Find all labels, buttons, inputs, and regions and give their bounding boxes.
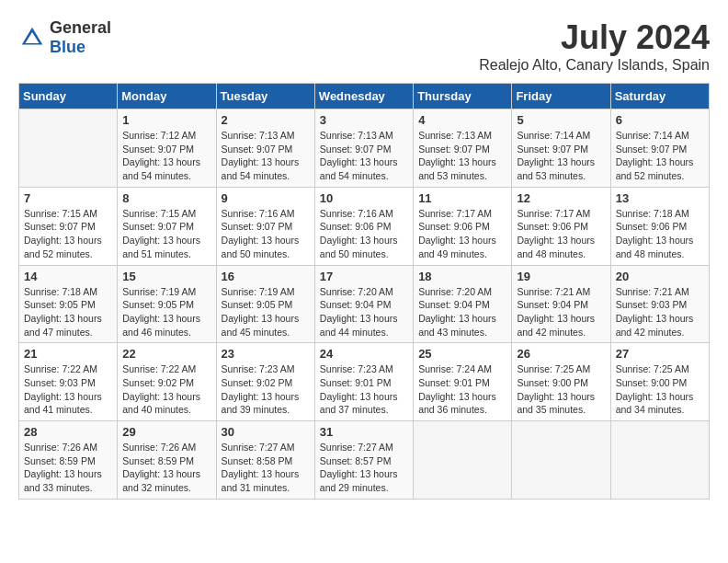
header: General Blue July 2024 Realejo Alto, Can…: [18, 18, 710, 74]
day-number: 4: [418, 113, 506, 127]
calendar-cell: 11Sunrise: 7:17 AMSunset: 9:06 PMDayligh…: [414, 187, 512, 265]
calendar-cell: 1Sunrise: 7:12 AMSunset: 9:07 PMDaylight…: [118, 109, 216, 188]
day-info: Sunrise: 7:13 AMSunset: 9:07 PMDaylight:…: [222, 129, 310, 183]
day-info: Sunrise: 7:21 AMSunset: 9:03 PMDaylight:…: [616, 285, 704, 339]
day-info: Sunrise: 7:20 AMSunset: 9:04 PMDaylight:…: [418, 285, 506, 339]
day-number: 30: [222, 425, 310, 439]
calendar-cell: 4Sunrise: 7:13 AMSunset: 9:07 PMDaylight…: [414, 109, 512, 188]
calendar-cell: 16Sunrise: 7:19 AMSunset: 9:05 PMDayligh…: [216, 265, 314, 343]
day-info: Sunrise: 7:12 AMSunset: 9:07 PMDaylight:…: [122, 129, 210, 183]
day-info: Sunrise: 7:15 AMSunset: 9:07 PMDaylight:…: [24, 207, 112, 261]
day-info: Sunrise: 7:20 AMSunset: 9:04 PMDaylight:…: [320, 285, 408, 339]
calendar-cell: 13Sunrise: 7:18 AMSunset: 9:06 PMDayligh…: [610, 187, 709, 265]
calendar-cell: 6Sunrise: 7:14 AMSunset: 9:07 PMDaylight…: [610, 109, 709, 188]
day-number: 17: [320, 270, 408, 283]
day-number: 20: [616, 270, 704, 283]
title-section: July 2024 Realejo Alto, Canary Islands, …: [479, 18, 710, 74]
weekday-header-tuesday: Tuesday: [216, 84, 314, 109]
calendar-cell: 31Sunrise: 7:27 AMSunset: 8:57 PMDayligh…: [314, 421, 413, 500]
calendar-week-row: 21Sunrise: 7:22 AMSunset: 9:03 PMDayligh…: [19, 343, 710, 421]
day-info: Sunrise: 7:22 AMSunset: 9:03 PMDaylight:…: [24, 362, 112, 417]
calendar-cell: 28Sunrise: 7:26 AMSunset: 8:59 PMDayligh…: [19, 421, 118, 500]
day-number: 10: [320, 191, 408, 205]
calendar-week-row: 14Sunrise: 7:18 AMSunset: 9:05 PMDayligh…: [19, 265, 710, 343]
calendar-cell: [610, 421, 709, 500]
day-info: Sunrise: 7:15 AMSunset: 9:07 PMDaylight:…: [122, 207, 210, 261]
weekday-header-monday: Monday: [118, 84, 216, 109]
calendar-cell: 29Sunrise: 7:26 AMSunset: 8:59 PMDayligh…: [118, 421, 216, 500]
day-number: 3: [320, 113, 408, 127]
day-info: Sunrise: 7:17 AMSunset: 9:06 PMDaylight:…: [418, 207, 506, 261]
day-number: 25: [418, 347, 506, 361]
calendar-cell: [512, 421, 610, 500]
calendar-cell: 12Sunrise: 7:17 AMSunset: 9:06 PMDayligh…: [512, 187, 610, 265]
calendar-cell: 10Sunrise: 7:16 AMSunset: 9:06 PMDayligh…: [314, 187, 413, 265]
day-number: 21: [24, 347, 112, 361]
weekday-header-thursday: Thursday: [414, 84, 512, 109]
day-info: Sunrise: 7:23 AMSunset: 9:01 PMDaylight:…: [320, 362, 408, 417]
calendar-cell: 14Sunrise: 7:18 AMSunset: 9:05 PMDayligh…: [19, 265, 118, 343]
day-number: 27: [616, 347, 704, 361]
day-number: 24: [320, 347, 408, 361]
day-info: Sunrise: 7:26 AMSunset: 8:59 PMDaylight:…: [24, 441, 112, 495]
day-number: 28: [24, 425, 112, 439]
day-number: 16: [222, 270, 310, 283]
day-info: Sunrise: 7:14 AMSunset: 9:07 PMDaylight:…: [517, 129, 605, 183]
calendar-cell: 26Sunrise: 7:25 AMSunset: 9:00 PMDayligh…: [512, 343, 610, 421]
day-number: 26: [517, 347, 605, 361]
day-info: Sunrise: 7:13 AMSunset: 9:07 PMDaylight:…: [320, 129, 408, 183]
calendar-cell: 19Sunrise: 7:21 AMSunset: 9:04 PMDayligh…: [512, 265, 610, 343]
calendar-cell: 8Sunrise: 7:15 AMSunset: 9:07 PMDaylight…: [118, 187, 216, 265]
logo-icon: [18, 24, 46, 52]
day-info: Sunrise: 7:17 AMSunset: 9:06 PMDaylight:…: [517, 207, 605, 261]
month-year-title: July 2024: [479, 18, 710, 57]
day-info: Sunrise: 7:25 AMSunset: 9:00 PMDaylight:…: [616, 362, 704, 417]
calendar-cell: 2Sunrise: 7:13 AMSunset: 9:07 PMDaylight…: [216, 109, 314, 188]
day-number: 2: [222, 113, 310, 127]
day-info: Sunrise: 7:22 AMSunset: 9:02 PMDaylight:…: [122, 362, 210, 417]
day-info: Sunrise: 7:23 AMSunset: 9:02 PMDaylight:…: [222, 362, 310, 417]
day-number: 8: [122, 191, 210, 205]
logo-general-text: General: [50, 18, 111, 38]
day-info: Sunrise: 7:13 AMSunset: 9:07 PMDaylight:…: [418, 129, 506, 183]
day-info: Sunrise: 7:18 AMSunset: 9:05 PMDaylight:…: [24, 285, 112, 339]
logo-blue-text: Blue: [50, 38, 111, 57]
day-number: 14: [24, 270, 112, 283]
calendar-week-row: 1Sunrise: 7:12 AMSunset: 9:07 PMDaylight…: [19, 109, 710, 188]
calendar-table: SundayMondayTuesdayWednesdayThursdayFrid…: [18, 83, 710, 500]
day-number: 19: [517, 270, 605, 283]
weekday-header-sunday: Sunday: [19, 84, 118, 109]
day-info: Sunrise: 7:27 AMSunset: 8:58 PMDaylight:…: [222, 441, 310, 495]
day-number: 22: [122, 347, 210, 361]
calendar-cell: 18Sunrise: 7:20 AMSunset: 9:04 PMDayligh…: [414, 265, 512, 343]
calendar-cell: [414, 421, 512, 500]
day-info: Sunrise: 7:24 AMSunset: 9:01 PMDaylight:…: [418, 362, 506, 417]
day-info: Sunrise: 7:16 AMSunset: 9:06 PMDaylight:…: [320, 207, 408, 261]
calendar-cell: 15Sunrise: 7:19 AMSunset: 9:05 PMDayligh…: [118, 265, 216, 343]
day-info: Sunrise: 7:19 AMSunset: 9:05 PMDaylight:…: [122, 285, 210, 339]
calendar-week-row: 7Sunrise: 7:15 AMSunset: 9:07 PMDaylight…: [19, 187, 710, 265]
logo: General Blue: [18, 18, 111, 57]
calendar-cell: [19, 109, 118, 188]
calendar-cell: 7Sunrise: 7:15 AMSunset: 9:07 PMDaylight…: [19, 187, 118, 265]
weekday-header-friday: Friday: [512, 84, 610, 109]
location-title: Realejo Alto, Canary Islands, Spain: [479, 57, 710, 74]
day-info: Sunrise: 7:19 AMSunset: 9:05 PMDaylight:…: [222, 285, 310, 339]
day-info: Sunrise: 7:14 AMSunset: 9:07 PMDaylight:…: [616, 129, 704, 183]
day-number: 12: [517, 191, 605, 205]
weekday-header-row: SundayMondayTuesdayWednesdayThursdayFrid…: [19, 84, 710, 109]
day-number: 15: [122, 270, 210, 283]
day-info: Sunrise: 7:26 AMSunset: 8:59 PMDaylight:…: [122, 441, 210, 495]
day-number: 11: [418, 191, 506, 205]
calendar-week-row: 28Sunrise: 7:26 AMSunset: 8:59 PMDayligh…: [19, 421, 710, 500]
weekday-header-saturday: Saturday: [610, 84, 709, 109]
day-info: Sunrise: 7:16 AMSunset: 9:07 PMDaylight:…: [222, 207, 310, 261]
day-number: 23: [222, 347, 310, 361]
day-number: 5: [517, 113, 605, 127]
day-info: Sunrise: 7:25 AMSunset: 9:00 PMDaylight:…: [517, 362, 605, 417]
calendar-cell: 21Sunrise: 7:22 AMSunset: 9:03 PMDayligh…: [19, 343, 118, 421]
day-number: 31: [320, 425, 408, 439]
calendar-cell: 3Sunrise: 7:13 AMSunset: 9:07 PMDaylight…: [314, 109, 413, 188]
calendar-cell: 5Sunrise: 7:14 AMSunset: 9:07 PMDaylight…: [512, 109, 610, 188]
calendar-cell: 9Sunrise: 7:16 AMSunset: 9:07 PMDaylight…: [216, 187, 314, 265]
